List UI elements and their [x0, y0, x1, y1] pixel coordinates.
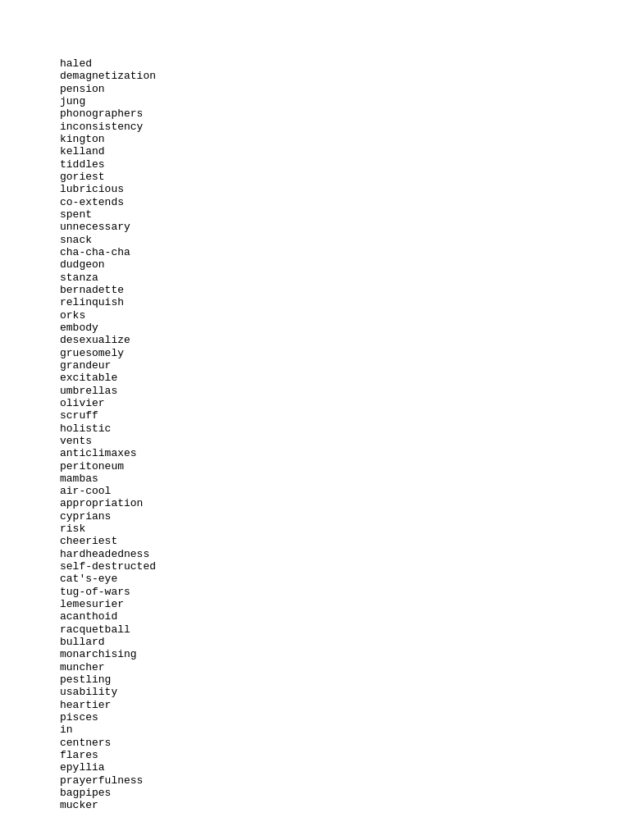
list-item: excitable	[60, 372, 630, 384]
list-item: bagpipes	[60, 787, 630, 799]
list-item: flares	[60, 749, 630, 761]
list-item: anticlimaxes	[60, 447, 630, 459]
list-item: desexualize	[60, 334, 630, 346]
list-item: snack	[60, 234, 630, 246]
list-item: pestling	[60, 673, 630, 686]
list-item: epyllia	[60, 761, 630, 774]
list-item: bullard	[60, 636, 630, 648]
list-item: demagnetization	[60, 70, 630, 82]
list-item: spent	[60, 208, 630, 221]
list-item: scruff	[60, 409, 630, 422]
word-list: haleddemagnetizationpensionjungphonograp…	[0, 0, 630, 840]
list-item: co-extends	[60, 196, 630, 208]
list-item: cha-cha-cha	[60, 246, 630, 258]
list-item: self-destructed	[60, 560, 630, 573]
list-item: haled	[60, 57, 630, 70]
list-item: jung	[60, 95, 630, 107]
list-item: inconsistency	[60, 121, 630, 133]
list-item: umbrellas	[60, 385, 630, 397]
list-item: peritoneum	[60, 460, 630, 472]
list-item: pension	[60, 83, 630, 95]
list-item: vents	[60, 435, 630, 447]
list-item: orks	[60, 309, 630, 322]
list-item: tug-of-wars	[60, 586, 630, 598]
list-item: hardheadedness	[60, 548, 630, 560]
list-item: kington	[60, 133, 630, 145]
list-item: prayerfulness	[60, 774, 630, 787]
list-item: olivier	[60, 397, 630, 409]
list-item: pisces	[60, 711, 630, 724]
list-item: dudgeon	[60, 258, 630, 271]
list-item: bernadette	[60, 284, 630, 296]
list-item: acanthoid	[60, 610, 630, 623]
list-item: lubricious	[60, 183, 630, 195]
list-item: cat's-eye	[60, 573, 630, 585]
list-item: gruesomely	[60, 347, 630, 359]
list-item: risk	[60, 523, 630, 535]
list-item: unnecessary	[60, 221, 630, 233]
list-item: centners	[60, 737, 630, 749]
list-item: in	[60, 724, 630, 736]
list-item: goriest	[60, 171, 630, 183]
list-item: grandeur	[60, 359, 630, 372]
list-item: cheeriest	[60, 535, 630, 547]
list-item: appropriation	[60, 497, 630, 509]
list-item: lemesurier	[60, 598, 630, 610]
list-item: phonographers	[60, 107, 630, 120]
list-item: tiddles	[60, 158, 630, 171]
list-item: monarchising	[60, 648, 630, 660]
list-item: mambas	[60, 472, 630, 485]
list-item: relinquish	[60, 296, 630, 308]
list-item: mucker	[60, 799, 630, 811]
list-item: racquetball	[60, 623, 630, 636]
list-item: stanza	[60, 272, 630, 284]
list-item: air-cool	[60, 485, 630, 497]
list-item: heartier	[60, 699, 630, 711]
list-item: cyprians	[60, 510, 630, 523]
list-item: kelland	[60, 145, 630, 158]
list-item: embody	[60, 322, 630, 334]
list-item: usability	[60, 686, 630, 698]
list-item: holistic	[60, 422, 630, 435]
list-item: muncher	[60, 661, 630, 673]
